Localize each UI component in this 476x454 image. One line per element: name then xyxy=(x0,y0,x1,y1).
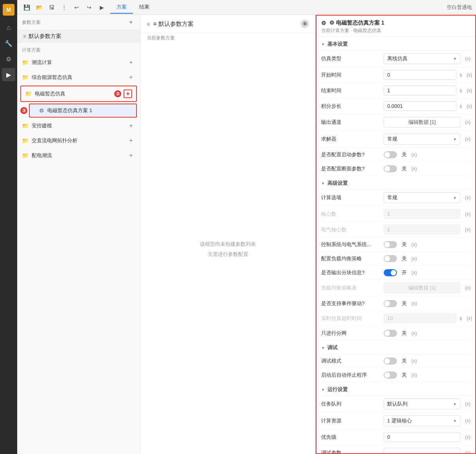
params-add-button[interactable]: + xyxy=(127,18,135,27)
row-start-time: 开始时间 s (x) xyxy=(321,67,471,83)
basic-settings-section: ▼ 基本设置 仿真类型 离线仿真 ▼ (x) 开始时 xyxy=(316,37,475,176)
reset-cores-button[interactable]: (x) xyxy=(465,211,471,217)
select-calc-options[interactable]: 常规 ▼ xyxy=(384,192,460,203)
btn-balance-table: 编辑数据 [1] xyxy=(384,282,460,293)
calc-item-integrated[interactable]: 📁 综合能源暂态仿真 + xyxy=(17,70,140,85)
input-end-time[interactable] xyxy=(384,86,456,95)
app-title: 空白普通电 xyxy=(447,4,472,11)
select-simulation-type[interactable]: 离线仿真 ▼ xyxy=(384,53,460,64)
basic-section-title[interactable]: ▼ 基本设置 xyxy=(321,37,471,50)
em-section-header[interactable]: 📁 电磁暂态仿真 ② + xyxy=(21,86,136,101)
redo-icon[interactable]: ↪ xyxy=(84,2,95,13)
sidebar-icon-settings[interactable]: ⚙ xyxy=(2,52,15,66)
reset-load-balance-button[interactable]: (x) xyxy=(411,256,417,261)
calc-options-value: 常规 xyxy=(387,194,397,201)
select-task-queue[interactable]: 默认队列 ▼ xyxy=(384,399,460,409)
toggle-label-section-params: 关 xyxy=(402,165,407,172)
reset-calc-resource-button[interactable]: (x) xyxy=(465,418,471,424)
add-topo-button[interactable]: + xyxy=(127,136,135,145)
add-distribution-button[interactable]: + xyxy=(127,151,135,160)
run-icon[interactable]: ▶ xyxy=(96,2,107,13)
calc-section-label: 计算方案 xyxy=(17,43,140,55)
unit-realtime-timeout: s xyxy=(460,316,462,321)
toggle-debug-mode[interactable] xyxy=(384,357,397,365)
open-icon[interactable]: 📂 xyxy=(34,2,45,13)
undo-icon[interactable]: ↩ xyxy=(71,2,82,13)
input-start-time[interactable] xyxy=(384,70,456,80)
toggle-startup-params[interactable] xyxy=(384,151,397,158)
calc-item-chaoliu[interactable]: 📁 潮流计算 + xyxy=(17,55,140,70)
empty-text-line1: 该模型尚未创建参数列表 xyxy=(200,239,256,249)
label-realtime-timeout: 实时仿真超时时间 xyxy=(321,315,384,322)
calc-item-ankong[interactable]: 📁 安控建模 + xyxy=(17,118,140,133)
right-subtitle: 当前计算方案 · 电磁暂态仿真 xyxy=(321,27,471,34)
save-icon[interactable]: 💾 xyxy=(21,2,32,13)
toggle-section-params[interactable] xyxy=(384,165,397,172)
row-cores: 核心数 (x) xyxy=(321,206,471,222)
task-queue-value: 默认队列 xyxy=(387,400,408,408)
reset-priority-button[interactable]: (x) xyxy=(465,434,471,440)
row-simulation-type: 仿真类型 离线仿真 ▼ (x) xyxy=(321,50,471,67)
reset-solver-button[interactable]: (x) xyxy=(465,136,471,142)
reset-elec-cores-button[interactable]: (x) xyxy=(465,227,471,232)
reset-output-channel-button[interactable]: (x) xyxy=(465,120,471,125)
reset-end-time-button[interactable]: (x) xyxy=(467,88,472,93)
label-auto-stop: 启动后自动停止程序 xyxy=(321,372,384,379)
reset-debug-mode-button[interactable]: (x) xyxy=(411,358,417,364)
toggle-label-ctrl-elec: 关 xyxy=(402,241,407,248)
reset-simulation-type-button[interactable]: (x) xyxy=(465,56,471,61)
tab-result[interactable]: 结果 xyxy=(133,1,156,14)
reset-auto-stop-button[interactable]: (x) xyxy=(411,372,417,378)
tab-scheme[interactable]: 方案 xyxy=(110,1,133,14)
toggle-partition-only[interactable] xyxy=(384,330,397,337)
reset-block-info-button[interactable]: (x) xyxy=(411,270,417,275)
toggle-auto-stop[interactable] xyxy=(384,372,397,379)
advanced-section-title[interactable]: ▼ 高级设置 xyxy=(321,176,471,189)
reset-section-params-button[interactable]: (x) xyxy=(411,166,417,172)
folder-icon-chaoliu: 📁 xyxy=(22,59,29,66)
add-integrated-button[interactable]: + xyxy=(127,73,135,82)
reset-balance-table-button[interactable]: (x) xyxy=(465,285,471,291)
toggle-block-info[interactable] xyxy=(384,269,397,276)
reset-partition-only-button[interactable]: (x) xyxy=(411,331,417,336)
label-section-params: 是否配置断面参数? xyxy=(321,165,384,172)
calc-item-topo[interactable]: 📁 交直流电网拓扑分析 + xyxy=(17,133,140,148)
toggle-event-driven[interactable] xyxy=(384,300,397,307)
reset-startup-params-button[interactable]: (x) xyxy=(411,152,417,157)
sidebar-icon-home[interactable]: ⌂ xyxy=(2,21,15,34)
reset-debug-params-button[interactable]: (x) xyxy=(465,450,471,454)
more-icon[interactable]: ⋮ xyxy=(59,2,70,13)
calc-label-ankong: 安控建模 xyxy=(32,122,52,129)
input-priority[interactable] xyxy=(384,432,460,442)
save2-icon[interactable]: 🖫 xyxy=(46,2,57,13)
reset-realtime-timeout-button[interactable]: (x) xyxy=(467,316,472,321)
calc-item-distribution[interactable]: 📁 配电潮流 + xyxy=(17,148,140,163)
unit-step-size: s xyxy=(460,104,462,109)
toggle-load-balance[interactable] xyxy=(384,255,397,262)
content-area: 参数方案 + ≡ 默认参数方案 计算方案 📁 潮流计算 + � xyxy=(17,15,476,454)
debug-section-title[interactable]: ▼ 调试 xyxy=(321,340,471,354)
sidebar-icon-play[interactable]: ▶ xyxy=(2,68,15,81)
em-add-button[interactable]: + xyxy=(124,89,132,98)
select-calc-resource[interactable]: 1 逻辑核心 ▼ xyxy=(384,415,460,426)
add-ankong-button[interactable]: + xyxy=(127,122,135,130)
reset-ctrl-elec-button[interactable]: (x) xyxy=(411,242,417,247)
reset-step-size-button[interactable]: (x) xyxy=(467,104,472,109)
toggle-ctrl-elec[interactable] xyxy=(384,241,397,248)
input-debug-params[interactable] xyxy=(384,448,460,454)
btn-output-channel[interactable]: 编辑数据 [1] xyxy=(384,117,460,128)
row-end-time: 结束时间 s (x) xyxy=(321,83,471,98)
runtime-section-title[interactable]: ▼ 运行设置 xyxy=(321,382,471,396)
reset-calc-options-button[interactable]: (x) xyxy=(465,195,471,200)
sidebar-icon-wrench[interactable]: 🔧 xyxy=(2,37,15,50)
input-step-size[interactable] xyxy=(384,101,456,111)
middle-title-icon: ≡ xyxy=(147,21,150,27)
default-scheme-item[interactable]: ≡ 默认参数方案 xyxy=(17,30,140,43)
em-sub-item[interactable]: ⚙ 电磁暂态仿真方案 1 xyxy=(29,104,137,118)
reset-start-time-button[interactable]: (x) xyxy=(467,72,472,78)
select-solver[interactable]: 常规 ▼ xyxy=(384,134,460,145)
reset-task-queue-button[interactable]: (x) xyxy=(465,401,471,407)
reset-event-driven-button[interactable]: (x) xyxy=(411,301,417,306)
add-chaoliu-button[interactable]: + xyxy=(127,58,135,67)
default-scheme-label: 默认参数方案 xyxy=(29,33,61,40)
